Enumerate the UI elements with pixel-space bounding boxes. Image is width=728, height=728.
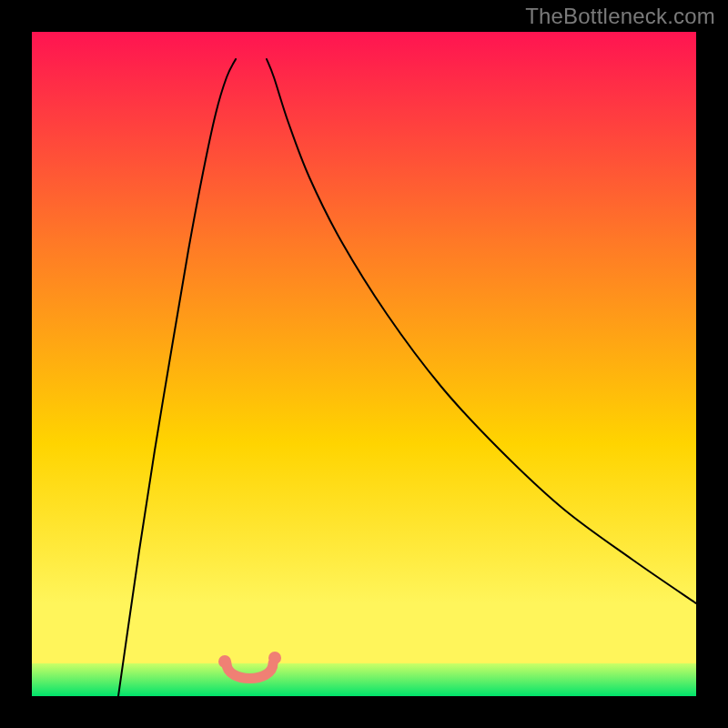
svg-point-0 xyxy=(218,655,231,668)
watermark-text: TheBottleneck.com xyxy=(525,4,715,29)
chart-background xyxy=(32,32,696,696)
chart-frame: TheBottleneck.com xyxy=(0,0,728,728)
bottleneck-chart xyxy=(32,32,696,696)
svg-point-1 xyxy=(268,652,281,664)
green-band xyxy=(32,663,696,696)
